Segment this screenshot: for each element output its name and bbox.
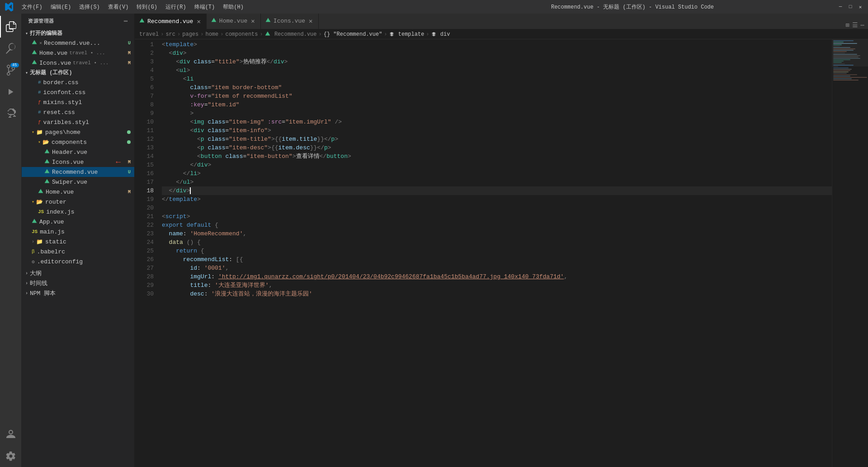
split-editor-icon[interactable]: ⊞: [845, 21, 849, 29]
svg-marker-7: [38, 189, 43, 193]
code-line-29: title: '大连圣亚海洋世界',: [162, 281, 832, 290]
window-controls: ─ □ ✕: [837, 4, 863, 10]
menu-help[interactable]: 帮助(H): [219, 2, 247, 12]
config-icon: ⚙: [32, 259, 35, 265]
tab-close-icons[interactable]: ✕: [308, 17, 313, 25]
code-line-28: imgUrl: 'http://img1.qunarzz.com/sight/p…: [162, 272, 832, 281]
untracked-badge: U: [128, 41, 131, 46]
maximize-button[interactable]: □: [847, 4, 854, 10]
file-border-css[interactable]: # border.css: [22, 77, 134, 87]
tab-recommend-label: Recommend.vue: [147, 18, 193, 25]
minimize-button[interactable]: ─: [837, 4, 844, 10]
folder-name: static: [45, 238, 66, 245]
chevron-right-icon: ›: [25, 271, 28, 276]
menu-select[interactable]: 选择(S): [75, 2, 104, 12]
folder-components[interactable]: ▾ 📂 components: [22, 137, 134, 147]
file-editorconfig[interactable]: ⚙ .editorconfig: [22, 257, 134, 267]
menu-terminal[interactable]: 终端(T): [191, 2, 219, 12]
file-reset-css[interactable]: # reset.css: [22, 107, 134, 117]
settings-icon[interactable]: [0, 445, 22, 467]
source-control-icon[interactable]: 45: [0, 59, 22, 81]
open-editor-home[interactable]: Home.vue travel • ... M: [22, 48, 134, 58]
breadcrumb-template[interactable]: template: [389, 31, 425, 38]
run-icon[interactable]: [0, 81, 22, 103]
vue-tab-icon: [211, 18, 217, 24]
file-main-js[interactable]: JS main.js: [22, 227, 134, 237]
file-babelrc[interactable]: β .babelrc: [22, 247, 134, 257]
workspace-section: ▾ 无标题 (工作区) # border.css # iconfont.css …: [22, 68, 134, 267]
file-mixins-styl[interactable]: ƒ mixins.styl: [22, 97, 134, 107]
file-name: Home.vue: [46, 189, 74, 195]
code-line-6: class="item border-bottom": [162, 83, 832, 92]
folder-pages-home[interactable]: ▾ 📁 pages\home: [22, 127, 134, 137]
breadcrumb-src[interactable]: src: [165, 31, 175, 38]
breadcrumb-travel[interactable]: travel: [139, 31, 159, 38]
css-icon: #: [38, 110, 41, 115]
code-line-24: data () {: [162, 238, 832, 247]
folder-router[interactable]: ▾ 📂 router: [22, 197, 134, 207]
code-line-14: <button class="item-button">查看详情</button…: [162, 152, 832, 161]
vue-icon: [32, 60, 37, 67]
code-content[interactable]: <template> <div> <div class="title">热销推荐…: [157, 39, 832, 467]
tab-icons[interactable]: Icons.vue ✕: [261, 14, 319, 29]
icons-detail: travel • ...: [73, 60, 108, 66]
sidebar-header-icons: ⋯: [124, 17, 128, 25]
file-index-js[interactable]: JS index.js: [22, 207, 134, 217]
breadcrumb-component-name[interactable]: {} "Recommend.vue": [324, 31, 382, 38]
file-icons-vue[interactable]: Icons.vue M ←: [22, 157, 134, 167]
accounts-icon[interactable]: [0, 424, 22, 445]
file-header-vue[interactable]: Header.vue: [22, 147, 134, 157]
toggle-sidebar-icon[interactable]: ☰: [852, 21, 858, 29]
vue-tab-icon: [139, 18, 145, 25]
file-app-vue[interactable]: App.vue: [22, 217, 134, 227]
breadcrumb-pages[interactable]: pages: [182, 31, 198, 38]
svg-marker-11: [265, 18, 270, 22]
breadcrumb-home[interactable]: home: [205, 31, 218, 38]
explorer-icon[interactable]: [0, 16, 22, 38]
tab-close-home[interactable]: ✕: [250, 17, 255, 25]
code-line-12: <p class="item-title">{{item.title}}</p>: [162, 135, 832, 143]
folder-static[interactable]: › 📁 static: [22, 237, 134, 247]
chevron-icon: ›: [32, 239, 34, 244]
css-icon: #: [38, 80, 41, 85]
open-editor-recommend[interactable]: ✕ Recommend.vue... U: [22, 38, 134, 48]
close-button[interactable]: ✕: [857, 4, 863, 10]
file-varibles-styl[interactable]: ƒ varibles.styl: [22, 117, 134, 127]
folder-icon: 📁: [36, 129, 43, 136]
file-iconfont-css[interactable]: # iconfont.css: [22, 87, 134, 97]
npm-label: NPM 脚本: [30, 289, 56, 297]
outline-section[interactable]: › 大纲: [22, 268, 134, 278]
menu-view[interactable]: 查看(V): [104, 2, 132, 12]
code-line-10: <img class="item-img" :src="item.imgUrl"…: [162, 118, 832, 126]
tab-close-recommend[interactable]: ✕: [196, 17, 201, 26]
npm-section[interactable]: › NPM 脚本: [22, 288, 134, 298]
breadcrumb-components[interactable]: components: [225, 31, 258, 38]
file-swiper-vue[interactable]: Swiper.vue: [22, 177, 134, 187]
file-recommend-vue[interactable]: Recommend.vue U: [22, 167, 134, 177]
tab-home[interactable]: Home.vue ✕: [207, 14, 261, 29]
code-line-15: </div>: [162, 161, 832, 169]
menu-goto[interactable]: 转到(G): [133, 2, 161, 12]
menu-edit[interactable]: 编辑(E): [47, 2, 75, 12]
open-editor-icons[interactable]: Icons.vue travel • ... M: [22, 58, 134, 68]
file-close-icon[interactable]: ✕: [39, 40, 42, 46]
more-actions-icon[interactable]: ⋯: [861, 21, 864, 29]
open-editors-title[interactable]: ▾ 打开的编辑器: [22, 29, 134, 38]
search-icon[interactable]: [0, 38, 22, 59]
file-name: Header.vue: [52, 149, 87, 156]
tab-recommend[interactable]: Recommend.vue ✕: [135, 14, 207, 29]
vue-icon: [32, 219, 37, 225]
svg-marker-9: [140, 18, 145, 22]
workspace-title[interactable]: ▾ 无标题 (工作区): [22, 68, 134, 77]
svg-marker-12: [265, 32, 270, 36]
file-home-vue[interactable]: Home.vue M: [22, 187, 134, 197]
breadcrumb-div[interactable]: div: [431, 31, 450, 38]
menu-file[interactable]: 文件(F): [18, 2, 46, 12]
breadcrumb-file[interactable]: Recommend.vue: [265, 31, 317, 38]
extensions-icon[interactable]: [0, 103, 22, 124]
chevron-right-icon: ›: [25, 281, 28, 286]
code-editor[interactable]: 1234 5678 9101112 13141516 17181920 2122…: [135, 39, 868, 467]
new-file-icon[interactable]: ⋯: [124, 17, 128, 25]
timeline-section[interactable]: › 时间线: [22, 278, 134, 288]
menu-run[interactable]: 运行(R): [162, 2, 190, 12]
